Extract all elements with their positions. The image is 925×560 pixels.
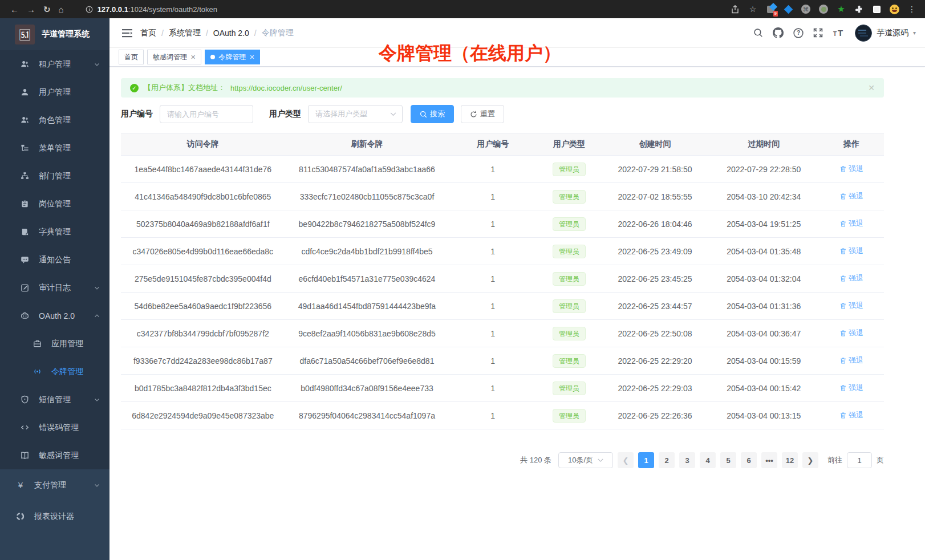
green-star-icon[interactable]: ★ [836, 4, 846, 14]
app-logo[interactable]: 🆠 芋道管理系统 [0, 18, 109, 50]
sidebar-item-notice[interactable]: 通知公告 [0, 246, 109, 274]
breadcrumb-separator: / [254, 29, 257, 38]
sidebar-item-oauth2-app[interactable]: 应用管理 [0, 330, 109, 358]
sidebar-item-sms[interactable]: 短信管理 [0, 385, 109, 413]
prev-page-button[interactable]: ❮ [618, 452, 634, 468]
sidebar-item-oauth2[interactable]: OAuth 2.0 [0, 302, 109, 330]
search-button[interactable]: 搜索 [411, 105, 454, 123]
tab-label: 首页 [124, 52, 138, 62]
github-icon[interactable] [773, 27, 784, 38]
page-button-4[interactable]: 4 [700, 452, 716, 468]
sidebar-item-pay[interactable]: ¥支付管理 [0, 469, 109, 501]
user-id-cell: 1 [449, 274, 537, 283]
sidebar-item-sensitive[interactable]: 敏感词管理 [0, 441, 109, 469]
force-logout-button[interactable]: 强退 [839, 383, 863, 393]
force-logout-button[interactable]: 强退 [839, 164, 863, 174]
force-logout-button[interactable]: 强退 [839, 218, 863, 229]
page-button-5[interactable]: 5 [720, 452, 736, 468]
forward-icon[interactable]: → [27, 5, 35, 14]
user-type-cell: 管理员 [537, 272, 602, 286]
reload-icon[interactable]: ↻ [43, 5, 51, 14]
page-button-2[interactable]: 2 [659, 452, 675, 468]
force-logout-button[interactable]: 强退 [839, 410, 863, 420]
user-menu[interactable]: 芋道源码▾ [855, 25, 916, 42]
blue-diamond-icon[interactable] [783, 4, 793, 14]
access-token-cell: 6d842e2924594de9a09e45e087323abe [121, 411, 285, 420]
next-page-button[interactable]: ❯ [802, 452, 818, 468]
sidebar-item-label: 应用管理 [51, 339, 83, 349]
share-icon[interactable] [730, 4, 740, 14]
page-button-12[interactable]: 12 [782, 452, 798, 468]
user-type-badge: 管理员 [553, 272, 586, 286]
record-circle-icon[interactable] [818, 4, 829, 14]
tab-首页[interactable]: 首页 [119, 50, 144, 64]
force-logout-button[interactable]: 强退 [839, 328, 863, 338]
page-ellipsis[interactable]: ••• [761, 452, 777, 468]
breadcrumb-item[interactable]: 系统管理 [169, 28, 201, 38]
page-button-3[interactable]: 3 [679, 452, 695, 468]
tab-令牌管理[interactable]: 令牌管理✕ [205, 50, 260, 64]
column-header: 访问令牌 [121, 139, 285, 149]
page-size-value: 10条/页 [568, 455, 593, 465]
page-button-1[interactable]: 1 [638, 452, 654, 468]
force-logout-button[interactable]: 强退 [839, 246, 863, 256]
sidebar-item-menu[interactable]: 菜单管理 [0, 134, 109, 162]
sidebar-collapse-icon[interactable] [122, 29, 132, 38]
extension-blocks-icon[interactable]: 9 [765, 4, 776, 14]
force-logout-button[interactable]: 强退 [839, 273, 863, 283]
search-icon[interactable] [753, 28, 763, 38]
reset-button[interactable]: 重置 [461, 105, 504, 123]
sidebar-item-dict[interactable]: 字典管理 [0, 218, 109, 246]
expired-cell: 2054-03-04 00:15:59 [708, 356, 819, 366]
command-circle-icon[interactable]: ⌘ [801, 4, 811, 14]
svg-text:T: T [838, 28, 843, 38]
font-size-icon[interactable]: TT [833, 28, 845, 38]
sidebar-item-tenant[interactable]: 租户管理 [0, 50, 109, 78]
sidebar-item-report[interactable]: 报表设计器 [0, 501, 109, 532]
sidebar-item-label: 字典管理 [39, 227, 71, 237]
sidebar-item-post[interactable]: 岗位管理 [0, 190, 109, 218]
page-size-select[interactable]: 10条/页 [558, 452, 613, 468]
sidebar-item-label: 租户管理 [39, 59, 71, 70]
alert-close-icon[interactable]: ✕ [868, 83, 875, 92]
doc-link[interactable]: https://doc.iocoder.cn/user-center/ [230, 84, 342, 92]
user-id-input[interactable] [160, 105, 253, 123]
force-logout-button[interactable]: 强退 [839, 355, 863, 366]
sidebar-item-user[interactable]: 用户管理 [0, 78, 109, 106]
star-icon[interactable]: ☆ [748, 4, 758, 14]
pagination: 共 120 条10条/页❮123456•••12❯前往页 [121, 452, 884, 468]
sidebar-item-oauth2-token[interactable]: 令牌管理 [0, 358, 109, 385]
table-row: c342377bf8b344799dcbf7bf095287f29ce8ef2a… [121, 320, 884, 347]
breadcrumb-item[interactable]: OAuth 2.0 [213, 29, 249, 38]
puzzle-icon[interactable] [854, 4, 864, 14]
goto-page-input[interactable] [847, 452, 872, 468]
fullscreen-icon[interactable] [813, 28, 823, 38]
user-type-cell: 管理员 [537, 409, 602, 423]
white-square-icon[interactable] [871, 4, 882, 14]
refresh-token-cell: dfa6c71a50a54c66bef706ef9e6e8d81 [285, 356, 449, 366]
trash-icon [839, 193, 847, 200]
force-logout-button[interactable]: 强退 [839, 191, 863, 201]
user-type-select[interactable]: 请选择用户类型 [308, 105, 403, 123]
home-icon[interactable]: ⌂ [59, 5, 64, 14]
column-header: 用户编号 [449, 139, 537, 149]
sidebar-item-errcode[interactable]: 错误码管理 [0, 413, 109, 441]
tab-敏感词管理[interactable]: 敏感词管理✕ [147, 50, 201, 64]
sidebar-item-role[interactable]: 角色管理 [0, 106, 109, 134]
address-bar[interactable]: 127.0.0.1:1024/system/oauth2/token [71, 5, 728, 14]
table-row: f9336e7c7dd242a283ee98dc86b17a87dfa6c71a… [121, 347, 884, 375]
close-icon[interactable]: ✕ [249, 54, 254, 61]
more-vert-icon[interactable]: ⋮ [907, 4, 917, 14]
sidebar-item-audit[interactable]: 审计日志 [0, 274, 109, 302]
breadcrumb: 首页/系统管理/OAuth 2.0/令牌管理 [140, 28, 294, 38]
refresh-token-cell: cdfc4ce9c2da4bb1bdf21b9918ff4be5 [285, 247, 449, 256]
emoji-face-icon[interactable] [889, 4, 899, 14]
close-icon[interactable]: ✕ [190, 54, 196, 61]
breadcrumb-item[interactable]: 首页 [140, 28, 156, 38]
help-icon[interactable]: ? [793, 28, 804, 38]
page-content: ✓ 【用户体系】文档地址： https://doc.iocoder.cn/use… [109, 67, 925, 468]
back-icon[interactable]: ← [10, 5, 19, 14]
force-logout-button[interactable]: 强退 [839, 301, 863, 311]
sidebar-item-dept[interactable]: 部门管理 [0, 162, 109, 190]
page-button-6[interactable]: 6 [741, 452, 757, 468]
